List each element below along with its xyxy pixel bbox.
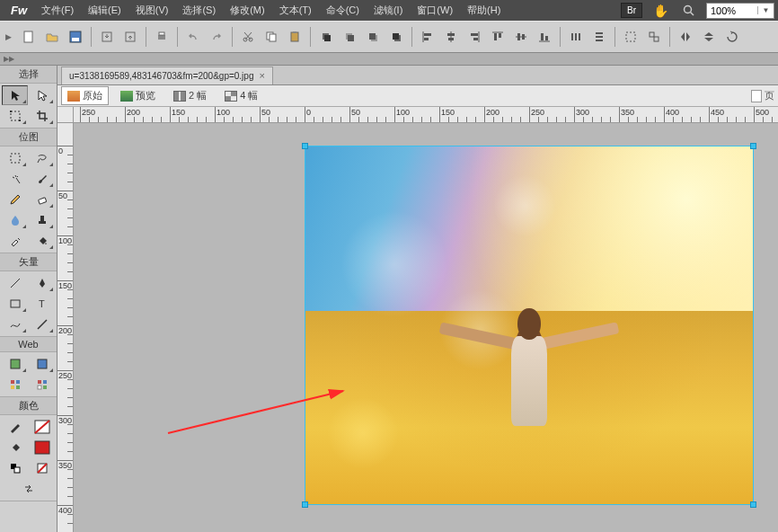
app-logo: Fw [4, 4, 34, 17]
tb-send-backward[interactable] [362, 26, 384, 48]
tool-pencil[interactable] [2, 190, 28, 209]
tool-blur[interactable] [2, 210, 28, 230]
tb-save[interactable] [65, 26, 86, 48]
svg-rect-60 [11, 359, 20, 368]
tool-crop[interactable] [29, 106, 55, 126]
tb-rotate[interactable] [721, 26, 743, 48]
tool-rect-slice[interactable] [2, 354, 28, 374]
document-tab[interactable]: u=3138169589,483146703&fm=200&gp=0.jpg × [61, 66, 273, 84]
tb-align-left[interactable] [417, 26, 438, 48]
tb-export[interactable] [119, 26, 141, 48]
svg-rect-51 [10, 111, 12, 112]
tool-stamp[interactable] [29, 210, 55, 230]
tb-copy[interactable] [261, 26, 282, 48]
svg-rect-55 [40, 216, 44, 221]
tool-eyedropper[interactable] [2, 231, 28, 251]
tb-bring-front[interactable] [315, 26, 337, 48]
tb-cut[interactable] [237, 26, 259, 48]
tb-align-top[interactable] [487, 26, 508, 48]
svg-rect-22 [393, 33, 399, 40]
canvas-view[interactable] [74, 123, 778, 532]
tool-fill-color[interactable] [2, 438, 28, 457]
tool-no-color[interactable] [29, 458, 55, 478]
tb-flip-h[interactable] [675, 26, 696, 48]
view-original[interactable]: 原始 [61, 86, 109, 105]
fill-swatch[interactable] [29, 438, 55, 457]
tool-rect[interactable] [2, 294, 28, 314]
tb-align-bottom[interactable] [534, 26, 555, 48]
tool-lasso[interactable] [29, 148, 55, 168]
tool-stroke-color[interactable] [2, 417, 28, 437]
zoom-dropdown-icon[interactable]: ▼ [757, 6, 774, 14]
tool-freeform[interactable] [2, 315, 28, 334]
main-toolbar: ▶ [0, 21, 778, 53]
tb-print[interactable] [151, 26, 172, 48]
tool-hide-slice[interactable] [2, 375, 28, 395]
tb-import[interactable] [96, 26, 118, 48]
tb-distribute-h[interactable] [565, 26, 587, 48]
tb-undo[interactable] [182, 26, 204, 48]
tool-show-slice[interactable] [29, 375, 55, 395]
hand-icon[interactable]: ✋ [650, 4, 672, 18]
tool-swap-colors[interactable] [2, 479, 55, 499]
tb-redo[interactable] [206, 26, 227, 48]
tb-open[interactable] [41, 26, 63, 48]
tool-brush[interactable] [29, 169, 55, 189]
ruler-vertical[interactable]: 050100150200250300350400 [57, 123, 74, 532]
tool-pen[interactable] [29, 273, 55, 293]
tb-bring-forward[interactable] [339, 26, 360, 48]
tb-ungroup[interactable] [643, 26, 665, 48]
view-preview[interactable]: 预览 [114, 86, 162, 105]
tool-marquee[interactable] [2, 148, 28, 168]
tool-subselect[interactable] [29, 85, 55, 105]
tb-distribute-v[interactable] [588, 26, 610, 48]
tb-align-center-v[interactable] [440, 26, 462, 48]
view-4up[interactable]: 4 幅 [218, 86, 264, 105]
tool-eraser[interactable] [29, 190, 55, 209]
panels-toggle-bar[interactable]: ▶▶ [0, 53, 778, 66]
menu-modify[interactable]: 修改(M) [223, 1, 272, 20]
menu-commands[interactable]: 命令(C) [319, 1, 367, 20]
tb-new[interactable] [18, 26, 40, 48]
svg-rect-24 [424, 33, 431, 36]
zoom-value[interactable]: 100% [707, 5, 757, 16]
document-tab-close-icon[interactable]: × [259, 70, 264, 81]
tool-wand[interactable] [2, 169, 28, 189]
menu-filters[interactable]: 滤镜(I) [367, 1, 410, 20]
stroke-swatch[interactable] [29, 417, 55, 437]
svg-rect-58 [11, 300, 20, 307]
view-2up[interactable]: 2 幅 [167, 86, 213, 105]
tool-knife[interactable] [29, 315, 55, 334]
ruler-horizontal[interactable]: 2502001501005005010015020025030035040045… [74, 107, 778, 123]
svg-rect-49 [654, 37, 659, 41]
tools-section-bitmap: 位图 [0, 129, 57, 146]
bridge-button[interactable]: Br [621, 3, 642, 18]
tool-default-colors[interactable] [2, 458, 28, 478]
menu-view[interactable]: 视图(V) [128, 1, 176, 20]
tool-text[interactable]: T [29, 294, 55, 314]
tool-line[interactable] [2, 273, 28, 293]
svg-rect-13 [291, 32, 298, 41]
tb-group[interactable] [620, 26, 641, 48]
menu-edit[interactable]: 编辑(E) [81, 1, 128, 20]
tool-scale[interactable] [2, 106, 28, 126]
menu-help[interactable]: 帮助(H) [460, 1, 508, 20]
document-image[interactable] [305, 146, 754, 505]
tb-flip-v[interactable] [698, 26, 720, 48]
tb-paste[interactable] [284, 26, 305, 48]
tb-align-center-h[interactable] [510, 26, 532, 48]
toolbar-expand-icon[interactable]: ▶ [5, 32, 16, 41]
menu-text[interactable]: 文本(T) [272, 1, 319, 20]
svg-rect-7 [158, 35, 165, 40]
tool-poly-slice[interactable] [29, 354, 55, 374]
menu-file[interactable]: 文件(F) [34, 1, 81, 20]
menu-window[interactable]: 窗口(W) [410, 1, 460, 20]
tb-send-back[interactable] [385, 26, 407, 48]
menu-select[interactable]: 选择(S) [175, 1, 223, 20]
tool-bucket[interactable] [29, 231, 55, 251]
tool-pointer[interactable] [2, 85, 28, 105]
page-indicator[interactable]: 页 [751, 89, 774, 102]
zoom-combo[interactable]: 100% ▼ [706, 3, 774, 19]
search-icon[interactable] [679, 4, 699, 17]
tb-align-right[interactable] [464, 26, 485, 48]
